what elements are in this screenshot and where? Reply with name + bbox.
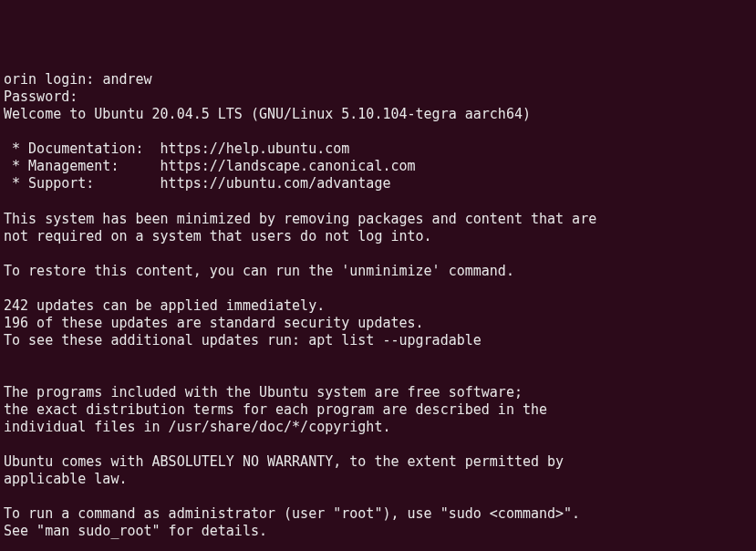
updates-see: To see these additional updates run: apt…: [4, 332, 482, 348]
password-prompt: Password:: [4, 88, 78, 105]
restore-info: To restore this content, you can run the…: [4, 263, 514, 279]
doc-link-line: * Documentation: https://help.ubuntu.com: [4, 140, 349, 157]
management-link-line: * Management: https://landscape.canonica…: [4, 158, 416, 174]
terminal-output: orin login: andrew Password: Welcome to …: [4, 71, 752, 551]
login-prompt: orin login:: [4, 71, 102, 88]
support-link-line: * Support: https://ubuntu.com/advantage: [4, 175, 390, 192]
sudo-line1: To run a command as administrator (user …: [4, 505, 580, 522]
updates-security: 196 of these updates are standard securi…: [4, 315, 424, 331]
warranty-line1: Ubuntu comes with ABSOLUTELY NO WARRANTY…: [4, 453, 564, 470]
legal-line1: The programs included with the Ubuntu sy…: [4, 384, 523, 400]
welcome-message: Welcome to Ubuntu 20.04.5 LTS (GNU/Linux…: [4, 106, 531, 122]
minimize-info-line1: This system has been minimized by removi…: [4, 211, 596, 227]
login-username: andrew: [102, 71, 151, 88]
updates-count: 242 updates can be applied immediately.: [4, 297, 325, 314]
legal-line3: individual files in /usr/share/doc/*/cop…: [4, 419, 390, 435]
warranty-line2: applicable law.: [4, 471, 127, 487]
minimize-info-line2: not required on a system that users do n…: [4, 228, 432, 244]
sudo-line2: See "man sudo_root" for details.: [4, 523, 267, 539]
legal-line2: the exact distribution terms for each pr…: [4, 401, 547, 418]
